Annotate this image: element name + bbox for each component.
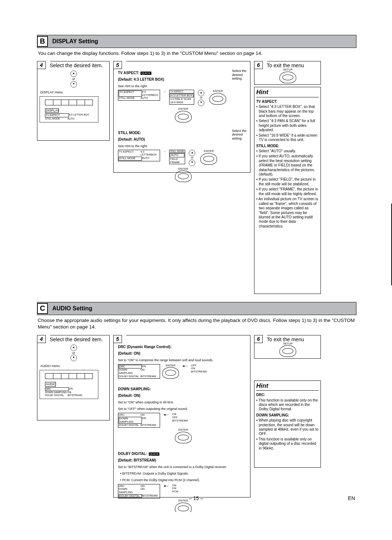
section-c-header: C AUDIO Setting [37,302,356,315]
up-button-icon: ▲ [70,70,77,77]
hint-tag: Hint [256,382,319,392]
or-label: or [72,77,75,81]
up-button-icon: ▲ [70,344,77,351]
page-number: – 15 – [0,495,392,501]
section-b-intro: You can change the display functions. Fo… [38,50,356,57]
hint-tag: Hint [256,89,319,98]
arrow-left-icon: ◄─ [182,364,187,368]
c-step4-num: 4 [37,335,46,343]
section-b-steps: 4 Select the desired item. ▲ or ▼ DISPLA… [37,61,356,294]
arrow-right-icon: → [163,150,166,153]
b-step6: 6 To exit the menu SETUP [254,61,321,85]
hint-tv-aspect-head: TV ASPECT: [256,100,319,104]
enter-button-icon [209,93,226,105]
down-sampling-name: DOWN SAMPLING: [118,387,151,391]
b-step6-text: To exit the menu [267,63,319,68]
c-audio-menu-label: AUDIO menu [40,364,108,368]
section-c-title: AUDIO Setting [52,305,92,312]
enter-button-icon [200,153,217,165]
c-audio-menu-osd: AUDIO DRCON DOWN SAMPLINGON DOLBY DIGITA… [40,370,98,399]
hint-drc-head: DRC: [256,393,319,397]
drc-options: OFF ON BITSTREAM [190,364,207,374]
up-button-icon: ▲ [198,90,204,96]
section-b-letter: B [37,36,48,47]
setup-button-icon [279,72,296,83]
tv-aspect-options: TV ASPECT 4:3 LETTER BOX 4:3 PAN & SCAN … [169,90,194,104]
c-drc-block: DRC (Dynamic Range Control): (Default: O… [118,343,249,380]
c-dolby-digital-block: DOLBY DIGITAL: QUICK (Default: BITSTREAM… [118,450,249,512]
drc-name: DRC (Dynamic Range Control): [118,345,172,349]
down-button-icon: ▼ [189,160,195,166]
c-step5-num: 5 [113,335,122,343]
setup-button-label: SETUP [257,68,319,72]
c-step6-col: 6 To exit the menu SETUP Hint DRC: This … [254,335,321,497]
section-c-intro: Choose the appropriate audio settings fo… [38,317,356,330]
b-step4: 4 Select the desired item. ▲ or ▼ DISPLA… [37,61,110,141]
updown-control: ▲ or ▼ [40,70,108,87]
b-step5: 5 TV ASPECT: QUICK (Default: 4:3 LETTER … [113,61,250,173]
setup-button-icon [279,345,296,357]
down-sampling-osd: DRCON DOWN SAMPLINGON DOLBY DIGITALBITST… [118,413,160,428]
down-sampling-options: ON OFF BITSTREAM [171,413,188,422]
b-still-mode-block: STILL MODE: (Default: AUTO) See Hint to … [118,129,249,184]
section-c-letter: C [37,303,48,314]
b-display-menu-osd: DISPLAY TV ASPECT4:3 LETTER BOX STILL MO… [40,96,98,122]
down-button-icon: ▼ [70,355,77,361]
still-mode-options: STILL MODE AUTO FIELD FRAME [169,150,185,164]
drc-osd: DRCON DOWN SAMPLINGON DOLBY DIGITALBITST… [118,364,160,379]
arrow-left-icon: ◄─ [163,484,168,488]
still-mode-name: STILL MODE: [118,131,141,135]
section-b-title: DISPLAY Setting [52,38,98,45]
tv-aspect-osd: TV ASPECT4:3 LETTERBOX STILL MODEAUTO [118,90,160,101]
hint-down-head: DOWN SAMPLING: [256,413,319,418]
b-step6-col: 6 To exit the menu SETUP Hint TV ASPECT:… [254,61,321,294]
dolby-options: ON ON PCM [171,484,179,493]
or-label: or [72,351,75,355]
page-lang: EN [348,495,355,501]
b-display-menu-label: DISPLAY menu [40,90,108,94]
enter-button-icon [175,432,192,443]
setup-button-label: SETUP [257,342,319,346]
b-step4-text: Select the desired item. [50,63,108,68]
enter-button-icon [175,170,192,182]
quick-badge: QUICK [149,452,159,456]
hint-still-head: STILL MODE: [256,144,319,148]
b-step6-num: 6 [254,61,263,69]
quick-badge: QUICK [140,72,151,75]
down-button-icon: ▼ [198,100,204,106]
c-hint-box: Hint DRC: This function is available onl… [254,380,321,468]
arrow-left-icon: ◄─ [163,413,168,416]
c-step6-num: 6 [254,335,263,343]
c-step4-text: Select the desired item. [50,337,108,342]
b-tv-aspect-block: TV ASPECT: QUICK (Default: 4:3 LETTER BO… [118,69,249,124]
section-c-steps: 4 Select the desired item. ▲ or ▼ AUDIO … [37,335,356,497]
enter-button-label: ENTER [118,428,249,432]
tv-aspect-name: TV ASPECT: [118,71,139,75]
down-button-icon: ▼ [70,81,77,88]
b-hint-box: Hint TV ASPECT: Select "4:3 LETTER BOX",… [254,87,321,294]
enter-button-label: ENTER [118,108,249,111]
enter-button-label: ENTER [118,168,249,171]
c-step4: 4 Select the desired item. ▲ or ▼ AUDIO … [37,335,110,420]
b-step4-num: 4 [37,61,46,69]
updown-control: ▲ or ▼ [40,344,108,361]
c-step6: 6 To exit the menu SETUP [254,335,321,359]
c-step5: 5 DRC (Dynamic Range Control): (Default:… [113,335,250,497]
enter-button-icon [175,111,192,122]
enter-button-icon [175,503,192,512]
dolby-digital-name: DOLBY DIGITAL: [118,452,147,456]
c-step6-text: To exit the menu [267,337,319,342]
up-button-icon: ▲ [189,150,195,156]
b-step5-num: 5 [113,61,122,69]
enter-button-label: ENTER [162,364,179,367]
arrow-right-icon: → [163,90,166,93]
c-down-sampling-block: DOWN SAMPLING: (Default: ON) Set to "ON"… [118,385,249,444]
still-mode-osd: TV ASPECT4:3 LETTERBOX STILL MODEAUTO [118,150,160,161]
enter-button-icon [162,367,179,379]
section-b-header: B DISPLAY Setting [37,35,356,48]
